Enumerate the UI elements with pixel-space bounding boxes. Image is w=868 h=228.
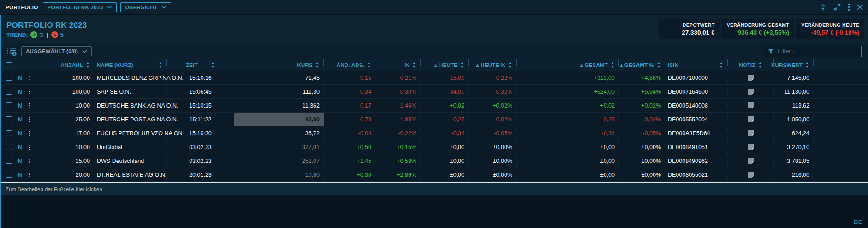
filter-input[interactable] bbox=[777, 48, 857, 55]
table-row[interactable]: N⋮17,00FUCHS PETROLUB VZO NA ON15:10:303… bbox=[1, 126, 868, 140]
column-header-anzahl[interactable]: ANZAHL bbox=[34, 59, 94, 71]
cell-kurs: 11,362 bbox=[234, 99, 324, 112]
note-icon[interactable] bbox=[728, 126, 774, 140]
cell-heute_pct: -0,22% bbox=[469, 71, 517, 84]
column-header-gesamt[interactable]: ± GESAMT bbox=[517, 59, 619, 71]
row-checkbox[interactable] bbox=[6, 75, 12, 81]
cell-kurswert: 3.781,05 bbox=[774, 154, 814, 168]
table-row[interactable]: N⋮100,00MERCEDES-BENZ GRP NA O.N.15:10:1… bbox=[1, 71, 868, 85]
row-checkbox[interactable] bbox=[6, 172, 12, 178]
news-badge: N bbox=[15, 154, 22, 168]
column-header-heute[interactable]: ± HEUTE bbox=[421, 59, 469, 71]
expand-icon[interactable] bbox=[833, 3, 841, 11]
row-menu-button[interactable]: ⋮ bbox=[22, 99, 34, 112]
cell-gesamt: ±0,00 bbox=[517, 168, 619, 181]
cell-isin: DE000A3E5D64 bbox=[665, 126, 728, 140]
close-icon[interactable] bbox=[856, 4, 863, 11]
row-checkbox[interactable] bbox=[6, 102, 12, 108]
row-menu-button[interactable]: ⋮ bbox=[22, 140, 34, 154]
portfolio-stats: DEPOTWERT 27.330,01 € VERÄNDERUNG GESAMT… bbox=[659, 19, 864, 39]
overflow-menu-icon[interactable] bbox=[848, 3, 850, 11]
column-header-label: % bbox=[405, 62, 410, 68]
cell-isin: DE0007100000 bbox=[665, 71, 728, 84]
window-controls bbox=[819, 3, 863, 11]
note-icon[interactable] bbox=[728, 113, 774, 126]
cell-gesamt: -0,25 bbox=[517, 113, 619, 126]
trend-up-icon: ↗ bbox=[30, 31, 37, 38]
column-header-pct[interactable]: % bbox=[375, 59, 421, 71]
column-header-name[interactable]: NAME (KURZ) bbox=[94, 59, 167, 71]
row-checkbox[interactable] bbox=[6, 144, 12, 150]
column-header-notiz[interactable]: NOTIZ bbox=[728, 59, 774, 71]
sort-icon bbox=[508, 62, 512, 68]
stat-label: DEPOTWERT bbox=[664, 22, 715, 28]
row-checkbox[interactable] bbox=[6, 116, 12, 122]
row-checkbox[interactable] bbox=[6, 89, 12, 95]
cell-name: SAP SE O.N. bbox=[94, 85, 167, 98]
collapse-icon[interactable] bbox=[819, 3, 827, 11]
note-icon[interactable] bbox=[728, 140, 774, 154]
cell-isin: DE0005552004 bbox=[665, 113, 728, 126]
note-icon-glyph bbox=[748, 144, 754, 150]
filter-box bbox=[764, 46, 862, 57]
row-menu-button[interactable]: ⋮ bbox=[22, 126, 34, 140]
trend-up-count: 3 bbox=[40, 31, 43, 38]
trend-separator: | bbox=[46, 31, 48, 38]
row-checkbox[interactable] bbox=[6, 130, 12, 136]
table-row[interactable]: N⋮25,00DEUTSCHE POST AG NA O.N.15:11:224… bbox=[1, 113, 868, 126]
column-header-kurs[interactable]: KURS bbox=[234, 59, 324, 71]
table-row[interactable]: N⋮10,00DEUTSCHE BANK AG NA O.N.15:10:151… bbox=[1, 99, 868, 113]
view-select[interactable]: ÜBERSICHT bbox=[120, 2, 171, 12]
row-menu-button[interactable]: ⋮ bbox=[22, 154, 34, 168]
footer-edit-hint[interactable]: Zum Bearbeiten der Fußzeile hier klicken… bbox=[1, 183, 868, 195]
sort-icon bbox=[367, 62, 371, 68]
note-icon[interactable] bbox=[728, 154, 774, 168]
news-badge: N bbox=[15, 71, 22, 84]
cell-heute_pct: ±0,00% bbox=[469, 154, 517, 168]
cell-kurs: 327,01 bbox=[234, 140, 324, 154]
row-menu-button[interactable]: ⋮ bbox=[22, 168, 34, 181]
column-header-zeit[interactable]: ZEIT bbox=[167, 59, 234, 71]
table-row[interactable]: N⋮10,00UniGlobal03.02.23327,01+0,50+0,15… bbox=[1, 140, 868, 154]
row-menu-button[interactable]: ⋮ bbox=[22, 113, 34, 126]
linked-windows-icon[interactable] bbox=[854, 220, 862, 225]
table-row[interactable]: N⋮20,00DT.REAL ESTATE AG O.N.20.01.2310,… bbox=[1, 168, 868, 182]
sort-icon bbox=[412, 62, 416, 68]
cell-kurs: 36,72 bbox=[234, 126, 324, 140]
note-icon[interactable] bbox=[728, 71, 774, 84]
cell-anzahl: 17,00 bbox=[34, 126, 94, 140]
note-icon[interactable] bbox=[728, 99, 774, 112]
column-header-label: ± GESAMT % bbox=[620, 62, 654, 68]
cell-anzahl: 10,00 bbox=[34, 140, 94, 154]
note-icon[interactable] bbox=[728, 85, 774, 98]
column-header-label: ZEIT bbox=[186, 62, 198, 68]
cell-anzahl: 20,00 bbox=[34, 168, 94, 181]
column-header-heute_pct[interactable]: ± HEUTE % bbox=[469, 59, 517, 71]
panel-content: PORTFOLIO RK 2023 TREND: ↗ 3 | ↘ 5 DEPOT… bbox=[0, 15, 868, 228]
column-header-aend_abs[interactable]: ÄND. ABS. bbox=[324, 59, 375, 71]
selected-dropdown[interactable]: AUSGEWÄHLT (0/8) bbox=[21, 46, 92, 56]
cell-sel bbox=[1, 126, 15, 140]
row-menu-button[interactable]: ⋮ bbox=[22, 71, 34, 84]
cell-gesamt_pct: -0,05% bbox=[619, 126, 665, 140]
cell-anzahl: 25,00 bbox=[34, 113, 94, 126]
column-header-gesamt_pct[interactable]: ± GESAMT % bbox=[619, 59, 665, 71]
portfolio-select[interactable]: PORTFOLIO RK 2023 bbox=[43, 2, 117, 12]
cell-zeit: 03.02.23 bbox=[167, 154, 234, 168]
sort-icon bbox=[805, 62, 809, 68]
cell-gesamt: -0,34 bbox=[517, 126, 619, 140]
column-header-isin[interactable]: ISIN bbox=[665, 59, 728, 71]
table-toolbar: AUSGEWÄHLT (0/8) bbox=[1, 43, 868, 59]
row-menu-button[interactable]: ⋮ bbox=[22, 85, 34, 98]
cell-spacer bbox=[814, 85, 868, 98]
selection-list-icon[interactable] bbox=[6, 47, 17, 56]
table-row[interactable]: N⋮15,00DWS Deutschland03.02.23252,07+1,4… bbox=[1, 154, 868, 168]
column-header-kurswert[interactable]: KURSWERT bbox=[774, 59, 814, 71]
stat-depotwert: DEPOTWERT 27.330,01 € bbox=[659, 19, 720, 39]
sort-icon bbox=[758, 62, 762, 68]
column-header-sel[interactable] bbox=[1, 59, 15, 71]
row-checkbox[interactable] bbox=[6, 158, 12, 164]
select-all-checkbox[interactable] bbox=[6, 62, 12, 68]
note-icon[interactable] bbox=[728, 168, 774, 181]
table-row[interactable]: N⋮100,00SAP SE O.N.15:06:45111,30-0,34-0… bbox=[1, 85, 868, 99]
